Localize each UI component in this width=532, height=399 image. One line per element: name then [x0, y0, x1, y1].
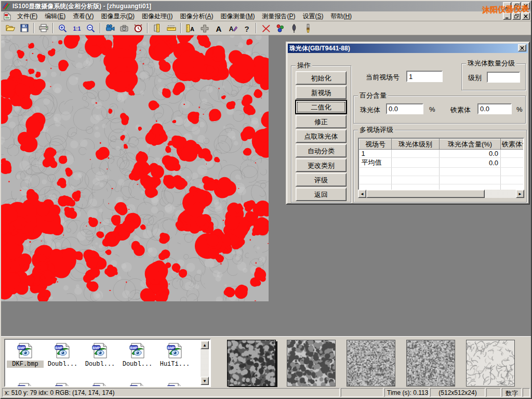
actual-size-icon[interactable]: 1:1: [70, 22, 83, 34]
file-browser: BMPDKF.bmpBMPDoubl...BMPDoubl...BMPDoubl…: [4, 339, 211, 387]
table-row[interactable]: [360, 176, 525, 184]
file-item-4[interactable]: BMPDoubl...: [119, 342, 156, 381]
scrollbar-thumb[interactable]: [366, 190, 485, 198]
file-item-5[interactable]: BMPHuiTi...: [156, 342, 193, 381]
ruler-icon[interactable]: [165, 22, 178, 34]
menu-item-5[interactable]: 图像处理(I): [138, 11, 176, 21]
dialog-close-button[interactable]: [518, 44, 526, 51]
thumbnail-4[interactable]: [406, 340, 455, 387]
menu-item-10[interactable]: 帮助(H): [327, 11, 355, 21]
table-cell: [392, 150, 440, 158]
thumbnail-5[interactable]: [466, 340, 515, 387]
table-hscrollbar[interactable]: ◄ ►: [358, 190, 524, 198]
ferrite-percent-input[interactable]: [477, 103, 512, 114]
op-button-6[interactable]: 自动分类: [296, 144, 347, 157]
menu-item-7[interactable]: 图像测量(M): [217, 11, 258, 21]
file-item-partial[interactable]: BMP: [7, 382, 44, 387]
op-button-7[interactable]: 更改类别: [296, 158, 347, 172]
scroll-down-icon[interactable]: ▼: [201, 377, 209, 385]
video-camera-icon[interactable]: [103, 22, 116, 34]
color-balls-icon[interactable]: [273, 22, 286, 34]
table-row[interactable]: [360, 168, 525, 176]
file-name: Doubl...: [82, 361, 118, 368]
menu-item-4[interactable]: 图像显示(D): [97, 11, 138, 21]
image-size: (512x512x24): [430, 388, 485, 397]
file-vscrollbar[interactable]: ▲ ▼: [201, 341, 209, 385]
grade-input[interactable]: [487, 72, 520, 83]
dialog-title-bar[interactable]: 珠光体(GB/T9441-88): [288, 44, 528, 53]
pearlite-percent-input[interactable]: [386, 103, 423, 114]
zoom-out-icon[interactable]: [84, 22, 97, 34]
thumbnail-2[interactable]: [287, 340, 336, 387]
close-button[interactable]: [522, 2, 530, 9]
menu-item-9[interactable]: 设置(S): [299, 11, 327, 21]
pearlite-unit: %: [429, 105, 435, 113]
metallograph-image[interactable]: [1, 35, 269, 301]
binarize-curve-icon[interactable]: [259, 22, 272, 34]
menu-item-8[interactable]: 测量报告(P): [258, 11, 299, 21]
mdi-close-button[interactable]: [522, 12, 530, 20]
file-item-partial[interactable]: BMP: [119, 382, 156, 387]
menu-item-1[interactable]: 文件(F): [14, 11, 41, 21]
multi-field-group: 多视场评级 视场号珠光体级别珠光体含量(%)铁素体含量(%)10.0平均值0.0…: [353, 130, 527, 203]
minimize-button[interactable]: [503, 2, 511, 9]
table-row[interactable]: 10.0: [360, 150, 525, 158]
brush-icon[interactable]: [301, 22, 314, 34]
file-item-partial[interactable]: BMP: [82, 382, 118, 387]
pearlite-label: 珠光体: [360, 105, 380, 115]
col-header-2[interactable]: 珠光体级别: [392, 139, 440, 150]
grid-icon[interactable]: [198, 22, 211, 34]
svg-text:BMP: BMP: [167, 346, 175, 350]
operations-group: 操作 初始化新视场二值化修正点取珠光体自动分类更改类别评级返回: [291, 65, 351, 203]
dialog-body: 操作 初始化新视场二值化修正点取珠光体自动分类更改类别评级返回 当前视场号 珠光…: [287, 54, 529, 204]
file-item-1[interactable]: BMPDKF.bmp: [7, 342, 44, 381]
file-item-2[interactable]: BMPDoubl...: [44, 342, 81, 381]
file-item-partial[interactable]: BMP: [156, 382, 193, 387]
save-icon[interactable]: [18, 22, 31, 34]
current-field-input[interactable]: [406, 71, 443, 82]
op-button-2[interactable]: 新视场: [296, 86, 347, 99]
table-row[interactable]: 平均值0.0: [360, 158, 525, 168]
op-button-5[interactable]: 点取珠光体: [296, 129, 347, 143]
pen-icon[interactable]: [287, 22, 300, 34]
restore-button[interactable]: [512, 2, 521, 9]
file-item-3[interactable]: BMPDoubl...: [82, 342, 118, 381]
zoom-in-icon[interactable]: [56, 22, 69, 34]
menu-item-6[interactable]: 图像分析(A): [176, 11, 217, 21]
mdi-minimize-button[interactable]: [503, 12, 511, 20]
op-button-1[interactable]: 初始化: [296, 71, 347, 85]
op-button-4[interactable]: 修正: [296, 115, 347, 128]
menu-item-2[interactable]: 编辑(E): [41, 11, 69, 21]
menu-item-3[interactable]: 查看(V): [69, 11, 97, 21]
text-icon[interactable]: A: [212, 22, 225, 34]
svg-text:BMP: BMP: [55, 346, 63, 350]
toolbar-separator: [180, 23, 181, 33]
open-icon[interactable]: [4, 22, 17, 34]
svg-text:A: A: [216, 24, 221, 33]
help-icon[interactable]: ?: [240, 22, 253, 34]
scroll-left-icon[interactable]: ◄: [358, 190, 366, 198]
col-header-1[interactable]: 视场号: [360, 139, 392, 150]
file-item-partial[interactable]: BMP: [44, 382, 81, 387]
ferrite-label: 铁素体: [450, 105, 471, 115]
col-header-3[interactable]: 珠光体含量(%): [440, 139, 501, 150]
caliper-icon[interactable]: [151, 22, 164, 34]
scroll-right-icon[interactable]: ►: [516, 190, 524, 198]
toolbar-separator: [52, 23, 54, 33]
print-icon[interactable]: [37, 22, 50, 34]
op-button-3[interactable]: 二值化: [296, 100, 347, 114]
mdi-restore-button[interactable]: [512, 12, 521, 20]
measure-text-icon[interactable]: A: [184, 22, 197, 34]
scroll-up-icon[interactable]: ▲: [201, 341, 209, 349]
thumbnail-3[interactable]: [347, 340, 395, 387]
annotate-icon[interactable]: A: [226, 22, 239, 34]
thumbnail-1[interactable]: [227, 340, 276, 387]
op-button-9[interactable]: 返回: [296, 188, 347, 201]
svg-text:A: A: [190, 26, 194, 32]
camera-icon[interactable]: [117, 22, 130, 34]
timer-icon[interactable]: [131, 22, 144, 34]
op-button-8[interactable]: 评级: [296, 173, 347, 187]
col-header-4[interactable]: 铁素体含量(%): [501, 139, 525, 150]
multi-field-table[interactable]: 视场号珠光体级别珠光体含量(%)铁素体含量(%)10.0平均值0.0: [358, 138, 524, 191]
file-name: Doubl...: [119, 361, 156, 368]
